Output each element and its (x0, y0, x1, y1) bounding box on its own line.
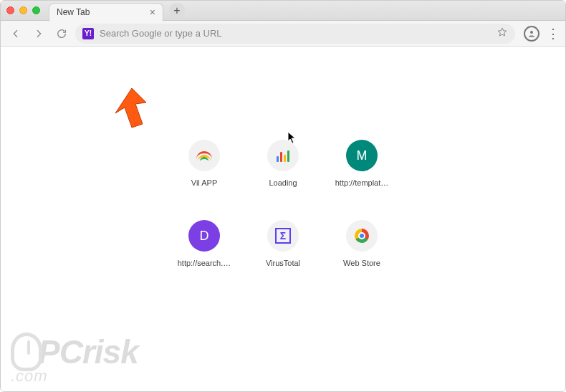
toolbar-right: ⋮ (519, 26, 560, 42)
arrow-left-icon (10, 28, 21, 39)
shortcut-tile[interactable]: Web Store (322, 220, 401, 292)
window-controls (6, 6, 40, 14)
mouse-icon (11, 333, 42, 371)
watermark: PCrisk .com (11, 333, 138, 386)
shortcut-tile[interactable]: Mhttp://templat… (322, 140, 401, 211)
shortcut-icon: D (188, 220, 220, 252)
bookmark-star-icon[interactable] (497, 27, 508, 41)
arrow-right-icon (33, 28, 44, 39)
shortcut-icon: Σ (267, 220, 299, 252)
page-content: Vil APPLoadingMhttp://templat…Dhttp://se… (1, 47, 565, 391)
shortcut-label: Vil APP (191, 178, 218, 187)
tab-title: New Tab (57, 7, 90, 17)
shortcut-icon: M (346, 140, 378, 171)
shortcut-label: http://search.… (178, 259, 231, 267)
close-window-button[interactable] (6, 6, 14, 14)
svg-marker-1 (115, 88, 146, 128)
shortcut-icon (188, 140, 220, 171)
tab-strip: New Tab × + (49, 1, 185, 21)
profile-button[interactable] (524, 26, 539, 42)
shortcut-icon (267, 140, 299, 171)
shortcut-tile[interactable]: Vil APP (165, 140, 244, 211)
close-tab-icon[interactable]: × (150, 6, 155, 18)
watermark-brand: PCrisk (38, 333, 138, 371)
site-engine-icon: Y! (82, 28, 94, 39)
shortcut-icon (346, 220, 378, 252)
svg-point-0 (530, 31, 533, 34)
reload-button[interactable] (52, 24, 71, 43)
new-tab-button[interactable]: + (169, 3, 185, 19)
address-bar[interactable]: Y! Search Google or type a URL (75, 24, 515, 44)
browser-toolbar: Y! Search Google or type a URL ⋮ (1, 21, 565, 47)
forward-button[interactable] (29, 24, 48, 43)
shortcut-tile[interactable]: ΣVirusTotal (244, 220, 322, 292)
shortcut-tile[interactable]: Dhttp://search.… (165, 220, 244, 292)
cursor-icon (287, 131, 297, 144)
minimize-window-button[interactable] (19, 6, 27, 14)
annotation-arrow-icon (100, 88, 150, 138)
person-icon (527, 29, 536, 38)
maximize-window-button[interactable] (32, 6, 40, 14)
shortcut-label: Web Store (343, 259, 380, 267)
menu-button[interactable]: ⋮ (547, 27, 560, 40)
shortcut-label: Loading (269, 178, 297, 187)
window-titlebar: New Tab × + (1, 1, 565, 21)
address-placeholder: Search Google or type a URL (100, 28, 222, 39)
shortcut-label: http://templat… (335, 178, 389, 187)
shortcuts-grid: Vil APPLoadingMhttp://templat…Dhttp://se… (165, 140, 401, 292)
shortcut-label: VirusTotal (266, 259, 300, 267)
back-button[interactable] (6, 24, 25, 43)
shortcut-tile[interactable]: Loading (244, 140, 322, 211)
browser-tab[interactable]: New Tab × (49, 3, 163, 21)
reload-icon (56, 28, 67, 39)
